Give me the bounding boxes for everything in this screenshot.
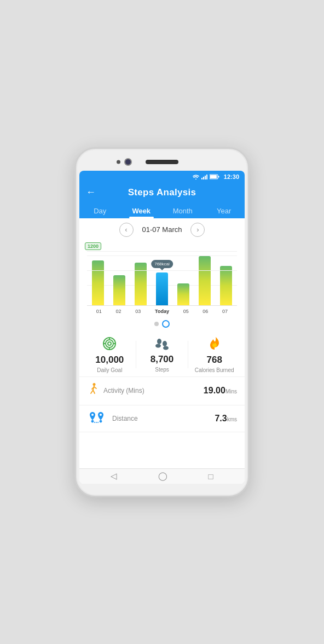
- label-06: 06: [202, 309, 208, 314]
- status-icons: [192, 174, 219, 179]
- tab-year[interactable]: Year: [204, 202, 245, 218]
- signal-icon: [201, 174, 208, 179]
- content-spacer: [79, 432, 245, 468]
- bar-today-fill: [156, 272, 168, 305]
- steps-value: 8,700: [151, 354, 174, 365]
- date-navigation: ‹ 01-07 March ›: [85, 223, 239, 237]
- home-nav-icon[interactable]: ◯: [158, 471, 167, 481]
- label-today: Today: [155, 309, 169, 314]
- bar-05: [177, 283, 189, 305]
- svg-line-20: [91, 390, 93, 393]
- tab-week[interactable]: Week: [121, 202, 163, 218]
- bar-05-fill: [177, 283, 189, 305]
- activity-row: Activity (Mins) 19.00Mins: [79, 377, 245, 405]
- page-indicator: [85, 317, 239, 330]
- goal-icon: [102, 336, 117, 353]
- distance-icon: [87, 411, 108, 426]
- activity-value: 19.00: [204, 386, 225, 395]
- calories-value: 768: [206, 355, 222, 365]
- distance-label: Distance: [112, 415, 138, 422]
- svg-point-17: [163, 346, 169, 350]
- phone-frame: 12:30 ← Steps Analysis Day Week Month Ye…: [74, 147, 250, 497]
- bar-01-fill: [92, 260, 104, 305]
- status-time: 12:30: [224, 173, 239, 180]
- label-05: 05: [183, 309, 189, 314]
- svg-point-26: [100, 414, 102, 416]
- daily-goal-label: Daily Goal: [97, 367, 122, 373]
- grid-line-2: [87, 270, 237, 271]
- svg-point-14: [157, 339, 161, 344]
- distance-left: Distance: [87, 411, 138, 426]
- label-01: 01: [96, 309, 102, 314]
- camera-dot: [117, 160, 120, 164]
- prev-date-button[interactable]: ‹: [119, 223, 134, 237]
- svg-point-16: [155, 344, 161, 347]
- svg-point-8: [106, 340, 113, 347]
- svg-rect-6: [218, 176, 219, 177]
- wifi-icon: [192, 174, 200, 179]
- distance-value-container: 7.3kms: [215, 414, 237, 423]
- bar-07: [220, 266, 232, 305]
- svg-point-15: [163, 341, 167, 346]
- dot-active: [162, 320, 170, 328]
- svg-point-27: [100, 420, 102, 422]
- status-bar: 12:30: [79, 171, 245, 183]
- svg-rect-0: [201, 178, 202, 179]
- calories-icon: [209, 336, 220, 353]
- back-nav-icon[interactable]: ◁: [111, 471, 117, 481]
- steps-icon: [154, 337, 170, 352]
- svg-point-9: [108, 342, 111, 345]
- bar-chart: 1200: [85, 240, 239, 317]
- label-07: 07: [222, 309, 228, 314]
- battery-icon: [210, 174, 219, 179]
- svg-rect-1: [203, 177, 204, 179]
- daily-goal-value: 10,000: [95, 355, 124, 365]
- speaker: [146, 160, 178, 164]
- svg-point-28: [94, 422, 95, 423]
- tab-bar: Day Week Month Year: [79, 202, 245, 218]
- dot-inactive: [154, 322, 159, 326]
- app-header: ← Steps Analysis: [79, 183, 245, 202]
- tab-month[interactable]: Month: [162, 202, 204, 218]
- tab-day[interactable]: Day: [79, 202, 121, 218]
- steps-label: Steps: [155, 367, 169, 373]
- bar-06-fill: [199, 256, 211, 305]
- chart-x-labels: 01 02 03 Today 05 06 07: [87, 306, 237, 314]
- label-02: 02: [116, 309, 121, 314]
- bar-today: 768kcal: [156, 272, 168, 305]
- svg-rect-5: [210, 175, 217, 178]
- stat-daily-goal: 10,000 Daily Goal: [84, 336, 136, 373]
- svg-point-24: [91, 414, 94, 416]
- recent-nav-icon[interactable]: □: [209, 472, 213, 481]
- activity-value-container: 19.00Mins: [204, 386, 237, 396]
- bar-tooltip: 768kcal: [151, 260, 173, 268]
- distance-value: 7.3: [215, 414, 227, 423]
- label-03: 03: [135, 309, 141, 314]
- back-button[interactable]: ←: [86, 187, 96, 198]
- activity-icon: [87, 382, 99, 399]
- bar-03-fill: [135, 263, 147, 305]
- svg-rect-2: [205, 176, 206, 179]
- chart-bars-container: 768kcal: [87, 240, 237, 306]
- svg-point-25: [91, 420, 94, 422]
- phone-screen: 12:30 ← Steps Analysis Day Week Month Ye…: [79, 171, 245, 484]
- svg-line-23: [94, 387, 96, 388]
- activity-label: Activity (Mins): [103, 387, 144, 394]
- bar-07-fill: [220, 266, 232, 305]
- bar-02: [113, 275, 125, 305]
- stats-row: 10,000 Daily Goal 8,700 Steps: [79, 331, 245, 377]
- distance-unit: kms: [227, 416, 237, 422]
- page-title: Steps Analysis: [128, 187, 196, 198]
- calories-label: Calories Burned: [195, 367, 234, 373]
- grid-line-1: [87, 256, 237, 256]
- bar-02-fill: [113, 275, 125, 305]
- svg-rect-3: [206, 175, 207, 179]
- activity-unit: Mins: [225, 388, 237, 394]
- bar-03: [135, 263, 147, 305]
- svg-point-30: [97, 422, 99, 423]
- bar-01: [92, 260, 104, 305]
- date-range-label: 01-07 March: [142, 225, 182, 234]
- camera-lens: [124, 158, 132, 166]
- chart-section: ‹ 01-07 March › 1200: [79, 218, 245, 331]
- next-date-button[interactable]: ›: [190, 223, 205, 237]
